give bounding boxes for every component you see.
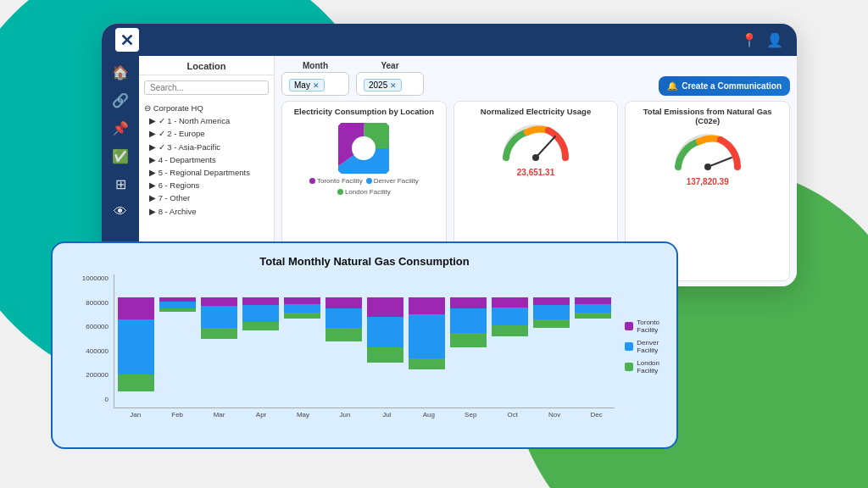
sidebar-item-grid[interactable]: ⊞ — [115, 176, 126, 192]
tree-item[interactable]: ▶ 7 - Other — [144, 191, 269, 204]
month-label-mar: Mar — [201, 411, 237, 419]
chart-title: Total Monthly Natural Gas Consumption — [70, 255, 659, 268]
location-search-input[interactable] — [144, 80, 269, 95]
user-icon[interactable]: 👤 — [766, 32, 783, 48]
electricity-legend: Toronto Facility Denver Facility London … — [289, 177, 439, 196]
month-label: Month — [281, 61, 349, 70]
normalized-card-title: Normalized Electricity Usage — [481, 107, 591, 116]
bar-group-may — [284, 297, 320, 408]
legend-london-bar: LondonFacility — [625, 359, 659, 374]
bar-group-sep — [450, 297, 487, 408]
top-bar: 📍 👤 — [102, 24, 797, 56]
chart-legend: TorontoFacility DenverFacility LondonFac… — [625, 274, 659, 419]
bars-container — [114, 274, 615, 408]
bar-group-jul — [367, 297, 403, 408]
year-filter: Year 2025 ✕ — [356, 61, 424, 96]
svg-point-5 — [352, 136, 376, 160]
month-label-oct: Oct — [494, 411, 531, 419]
sidebar-item-pin[interactable]: 📌 — [112, 120, 129, 136]
create-comm-icon: 🔔 — [667, 81, 677, 91]
tree-item[interactable]: ▶ 4 - Departments — [144, 153, 269, 166]
emissions-card-title: Total Emissions from Natural Gas (C02e) — [632, 107, 782, 125]
location-tree: ⊖ Corporate HQ ▶ ✓ 1 - North America ▶ ✓… — [139, 100, 274, 219]
month-label-may: May — [285, 411, 321, 419]
sidebar-item-home[interactable]: 🏠 — [112, 64, 129, 80]
sidebar-item-tasks[interactable]: ✅ — [112, 148, 129, 164]
svg-line-8 — [708, 158, 732, 167]
sidebar-item-view[interactable]: 👁 — [114, 204, 127, 219]
create-communication-button[interactable]: 🔔 Create a Communication — [659, 76, 790, 96]
svg-point-7 — [532, 154, 539, 161]
bar-group-aug — [409, 297, 445, 408]
month-label-apr: Apr — [242, 411, 279, 419]
svg-point-9 — [704, 164, 711, 170]
year-tag[interactable]: 2025 ✕ — [364, 79, 402, 92]
month-label-sep: Sep — [453, 411, 489, 419]
tree-item[interactable]: ▶ 6 - Regions — [144, 179, 269, 191]
legend-toronto-bar: TorontoFacility — [625, 319, 659, 334]
year-remove-btn[interactable]: ✕ — [390, 81, 397, 90]
legend-denver: Denver Facility — [366, 177, 419, 185]
electricity-card-title: Electricity Consumption by Location — [294, 107, 434, 116]
electricity-pie-chart — [338, 123, 389, 174]
bar-group-mar — [201, 297, 237, 408]
legend-london: London Facility — [337, 188, 391, 196]
month-label-aug: Aug — [410, 411, 447, 419]
bar-group-jan — [118, 297, 154, 408]
month-label-jun: Jun — [326, 411, 363, 419]
tree-item[interactable]: ▶ ✓ 1 - North America — [144, 114, 269, 127]
tree-item[interactable]: ▶ ✓ 2 - Europe — [144, 127, 269, 140]
month-label-feb: Feb — [159, 411, 195, 419]
emissions-gauge — [670, 129, 746, 175]
chart-area: 1000000 800000 600000 400000 200000 0 Ja… — [70, 274, 659, 419]
month-tag[interactable]: May ✕ — [289, 79, 325, 92]
year-label: Year — [356, 61, 424, 70]
legend-toronto: Toronto Facility — [309, 177, 363, 185]
svg-line-6 — [536, 136, 555, 158]
tree-item[interactable]: ▶ ✓ 3 - Asia-Pacific — [144, 141, 269, 153]
top-bar-icons: 📍 👤 — [741, 32, 783, 48]
tree-item[interactable]: ▶ 8 - Archive — [144, 205, 269, 218]
sidebar-item-share[interactable]: 🔗 — [112, 92, 129, 108]
tree-item[interactable]: ▶ 5 - Regional Departments — [144, 166, 269, 179]
bar-group-dec — [575, 297, 611, 408]
month-label-nov: Nov — [536, 411, 572, 419]
month-label-dec: Dec — [578, 411, 615, 419]
month-filter: Month May ✕ — [281, 61, 349, 96]
month-label-jan: Jan — [117, 411, 153, 419]
bar-group-oct — [492, 297, 528, 408]
app-logo — [115, 28, 139, 52]
chart-y-axis: 1000000 800000 600000 400000 200000 0 — [70, 274, 114, 419]
chart-bars-area: JanFebMarAprMayJunJulAugSepOctNovDec — [114, 274, 615, 419]
bar-group-nov — [533, 297, 570, 408]
month-remove-btn[interactable]: ✕ — [313, 81, 320, 90]
month-labels: JanFebMarAprMayJunJulAugSepOctNovDec — [114, 408, 615, 419]
bar-group-jun — [326, 297, 362, 408]
emissions-value: 137,820.39 — [687, 177, 729, 186]
bottom-chart-panel: Total Monthly Natural Gas Consumption 10… — [51, 241, 678, 449]
normalized-gauge — [498, 119, 574, 166]
bar-group-feb — [159, 297, 196, 408]
bar-group-apr — [242, 297, 279, 408]
month-label-jul: Jul — [369, 411, 405, 419]
location-icon[interactable]: 📍 — [741, 32, 758, 48]
legend-denver-bar: DenverFacility — [625, 339, 659, 354]
normalized-value: 23,651.31 — [517, 168, 555, 177]
tree-item[interactable]: ⊖ Corporate HQ — [144, 102, 269, 114]
location-header: Location — [139, 56, 274, 75]
